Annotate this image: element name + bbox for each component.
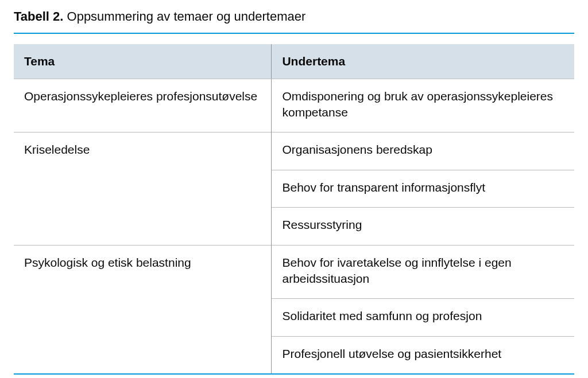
theme-cell: Kriseledelse (14, 133, 272, 245)
subtheme-cell: Organisasjonens beredskap (272, 133, 574, 170)
subtheme-cell: Profesjonell utøvelse og pasientsikkerhe… (272, 336, 574, 373)
table-row: Kriseledelse Organisasjonens beredskap (14, 133, 574, 170)
summary-table: Tema Undertema Operasjonssykepleieres pr… (14, 44, 574, 373)
subtheme-cell: Behov for transparent informasjonsflyt (272, 170, 574, 207)
table-caption: Tabell 2. Oppsummering av temaer og unde… (14, 8, 574, 26)
header-subtheme: Undertema (272, 44, 574, 79)
theme-cell: Psykologisk og etisk belastning (14, 245, 272, 373)
subtheme-cell: Behov for ivaretakelse og innflytelse i … (272, 245, 574, 299)
table-row: Psykologisk og etisk belastning Behov fo… (14, 245, 574, 299)
header-theme: Tema (14, 44, 272, 79)
top-rule (14, 33, 574, 34)
subtheme-cell: Omdisponering og bruk av operasjonssykep… (272, 79, 574, 133)
table-label: Tabell 2. (14, 9, 63, 24)
theme-cell: Operasjonssykepleieres profesjonsutøvels… (14, 79, 272, 133)
subtheme-cell: Ressursstyring (272, 208, 574, 245)
table-row: Operasjonssykepleieres profesjonsutøvels… (14, 79, 574, 133)
subtheme-cell: Solidaritet med samfunn og profesjon (272, 299, 574, 336)
table-caption-text: Oppsummering av temaer og undertemaer (67, 9, 306, 24)
bottom-rule (14, 373, 574, 375)
